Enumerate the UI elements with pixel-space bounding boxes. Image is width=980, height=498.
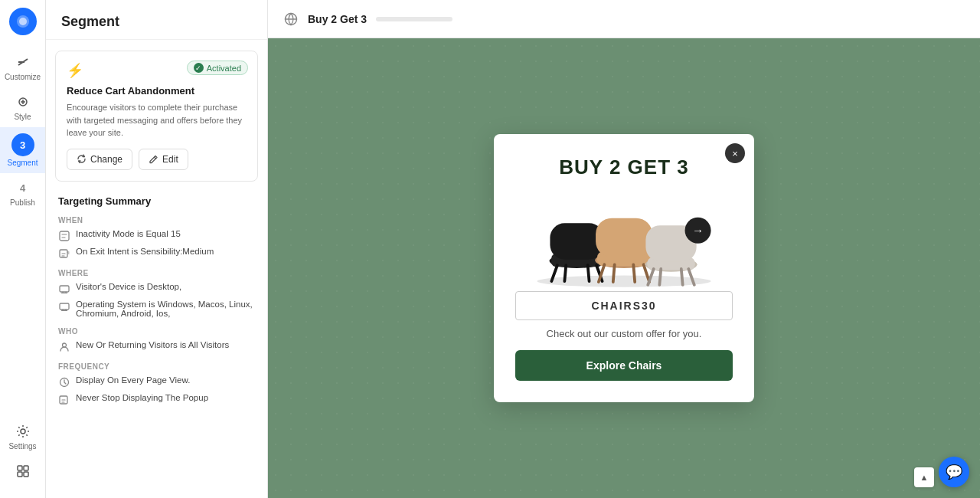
svg-point-1: [19, 18, 27, 25]
scroll-up-icon: ▲: [920, 473, 929, 482]
popup-subtitle: Check out our custom offer for you.: [515, 328, 733, 339]
check-circle-icon: ✓: [194, 63, 204, 73]
svg-rect-10: [60, 286, 69, 292]
svg-rect-11: [60, 303, 69, 310]
edit-icon: [149, 154, 158, 164]
svg-rect-26: [596, 218, 652, 257]
popup-modal: × BUY 2 GET 3: [494, 134, 754, 402]
rule-inactivity-text: Inactivity Mode is Equal 15: [76, 229, 181, 238]
change-button[interactable]: Change: [67, 149, 132, 170]
segment-icon: 3: [11, 133, 34, 156]
activated-label: Activated: [207, 64, 241, 73]
popup-title: BUY 2 GET 3: [515, 156, 733, 179]
top-bar: Buy 2 Get 3: [268, 0, 980, 38]
publish-label: Publish: [10, 198, 35, 207]
svg-rect-19: [550, 223, 603, 259]
visitors-icon: [58, 341, 70, 353]
chairs-svg: →: [515, 192, 733, 291]
sidebar-item-settings[interactable]: Settings: [0, 417, 45, 457]
rule-frequency-2-text: Never Stop Displaying The Popup: [76, 393, 208, 402]
sidebar-nav: Customize Style 3 Segment 4 Publish Sett…: [0, 0, 46, 498]
style-icon: [15, 93, 31, 110]
where-label: WHERE: [58, 269, 255, 277]
app-logo: [9, 8, 37, 35]
svg-point-3: [21, 429, 25, 434]
targeting-section: Targeting Summary WHEN Inactivity Mode i…: [46, 192, 267, 423]
svg-rect-8: [60, 231, 69, 241]
rule-exit-intent: On Exit Intent is Sensibility:Medium: [58, 247, 255, 260]
frequency-icon-2: [58, 394, 70, 406]
segment-panel: Segment ✓ Activated ⚡ Reduce Cart Abando…: [46, 0, 268, 498]
exit-intent-icon: [58, 247, 70, 260]
svg-text:→: →: [692, 224, 704, 237]
explore-chairs-button[interactable]: Explore Chairs: [515, 350, 733, 381]
rule-frequency-1: Display On Every Page View.: [58, 375, 255, 388]
frequency-label: FREQUENCY: [58, 362, 255, 371]
scroll-up-button[interactable]: ▲: [914, 467, 934, 487]
publish-icon: 4: [15, 179, 31, 196]
sidebar-item-style[interactable]: Style: [0, 87, 45, 127]
rule-inactivity: Inactivity Mode is Equal 15: [58, 229, 255, 242]
subtitle-text: Check out our custom offer for you.: [547, 328, 702, 339]
svg-line-29: [613, 264, 615, 282]
activated-badge: ✓ Activated: [187, 61, 248, 75]
apps-icon: [15, 463, 31, 480]
segment-label: Segment: [7, 159, 38, 167]
chat-button[interactable]: 💬: [939, 457, 969, 487]
sidebar-item-segment[interactable]: 3 Segment: [0, 127, 45, 173]
svg-rect-6: [18, 472, 22, 477]
svg-line-30: [633, 264, 635, 282]
rule-visitors-text: New Or Returning Visitors is All Visitor…: [76, 340, 229, 349]
rule-os-text: Operating System is Windows, Macos, Linu…: [76, 300, 255, 318]
globe-icon: [283, 11, 299, 27]
edit-label: Edit: [162, 154, 178, 165]
close-icon: ×: [732, 148, 738, 159]
svg-point-12: [63, 343, 67, 347]
os-icon: [58, 300, 70, 313]
segment-actions: Change Edit: [67, 149, 247, 170]
svg-rect-7: [24, 472, 28, 477]
change-label: Change: [90, 154, 122, 165]
rule-frequency-2: Never Stop Displaying The Popup: [58, 393, 255, 406]
breadcrumb: [376, 17, 452, 21]
rule-os: Operating System is Windows, Macos, Linu…: [58, 300, 255, 318]
rule-visitors: New Or Returning Visitors is All Visitor…: [58, 340, 255, 353]
popup-close-button[interactable]: ×: [725, 143, 745, 163]
svg-rect-5: [24, 466, 28, 470]
svg-line-36: [659, 269, 661, 285]
customize-icon: [15, 54, 31, 70]
svg-rect-4: [18, 466, 22, 470]
change-icon: [77, 154, 87, 164]
svg-line-22: [564, 265, 566, 281]
when-label: WHEN: [58, 216, 255, 224]
rule-device: Visitor's Device is Desktop,: [58, 282, 255, 295]
inactivity-icon: [58, 230, 70, 242]
edit-button[interactable]: Edit: [139, 149, 188, 170]
main-area: Buy 2 Get 3 × BUY 2 GET 3: [268, 0, 980, 498]
targeting-title: Targeting Summary: [58, 192, 255, 207]
preview-canvas: × BUY 2 GET 3: [268, 38, 980, 498]
segment-card-desc: Encourage visitors to complete their pur…: [67, 101, 247, 139]
rule-frequency-1-text: Display On Every Page View.: [76, 375, 190, 385]
chat-icon: 💬: [946, 464, 962, 480]
promo-code: CHAIRS30: [515, 291, 733, 320]
sidebar-item-apps[interactable]: [0, 457, 45, 486]
who-label: WHO: [58, 327, 255, 336]
svg-line-23: [588, 265, 590, 281]
settings-label: Settings: [8, 442, 36, 450]
customize-label: Customize: [5, 73, 41, 81]
rule-exit-intent-text: On Exit Intent is Sensibility:Medium: [76, 247, 214, 256]
style-label: Style: [14, 113, 31, 121]
sidebar-item-publish[interactable]: 4 Publish: [0, 173, 45, 213]
panel-title: Segment: [46, 0, 267, 40]
settings-icon: [15, 423, 31, 440]
segment-card-title: Reduce Cart Abandonment: [67, 85, 247, 97]
page-title: Buy 2 Get 3: [308, 13, 367, 25]
svg-line-37: [681, 269, 683, 285]
segment-card: ✓ Activated ⚡ Reduce Cart Abandonment En…: [55, 51, 258, 182]
frequency-icon-1: [58, 376, 70, 388]
sidebar-item-customize[interactable]: Customize: [0, 48, 45, 87]
rule-device-text: Visitor's Device is Desktop,: [76, 282, 181, 291]
device-icon: [58, 283, 70, 295]
chairs-image: →: [515, 192, 733, 291]
